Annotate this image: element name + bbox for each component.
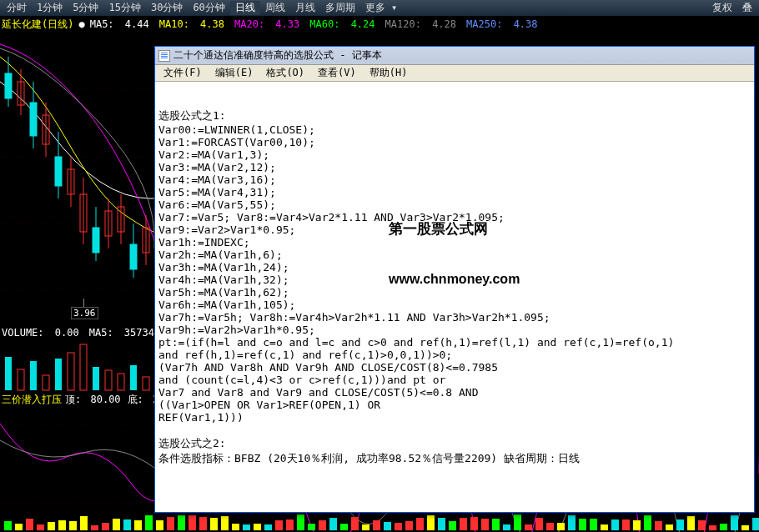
svg-rect-96	[590, 519, 597, 530]
timeframe-4[interactable]: 30分钟	[146, 1, 188, 15]
svg-rect-37	[118, 374, 124, 390]
svg-rect-59	[188, 515, 196, 530]
svg-rect-63	[232, 524, 239, 530]
svg-rect-91	[535, 518, 543, 530]
svg-rect-39	[143, 377, 149, 390]
svg-rect-74	[351, 517, 359, 530]
svg-rect-98	[611, 519, 619, 530]
svg-rect-48	[69, 521, 77, 530]
notepad-menu-2[interactable]: 格式(O)	[259, 66, 311, 80]
svg-rect-99	[622, 519, 630, 530]
svg-rect-87	[492, 519, 500, 530]
notepad-menubar: 文件(F)编辑(E)格式(O)查看(V)帮助(H)	[155, 65, 754, 82]
svg-rect-93	[557, 523, 565, 530]
notepad-content[interactable]: 选股公式之1: Var00:=LWINNER(1,CLOSE); Var1:=F…	[155, 82, 754, 512]
svg-rect-28	[5, 357, 12, 390]
svg-rect-90	[525, 524, 532, 530]
svg-rect-34	[80, 344, 87, 390]
timeframe-9[interactable]: 多周期	[320, 1, 360, 15]
svg-rect-5	[5, 73, 12, 98]
svg-rect-61	[210, 518, 218, 530]
svg-rect-68	[286, 519, 294, 530]
svg-rect-83	[449, 521, 456, 530]
toolbar-right-1[interactable]: 叠	[737, 1, 757, 15]
svg-rect-64	[243, 524, 250, 530]
svg-rect-82	[438, 518, 445, 530]
svg-rect-66	[264, 524, 272, 530]
notepad-titlebar[interactable]: 二十个通达信准确度特高的选股公式 - 记事本	[155, 47, 754, 65]
timeframe-0[interactable]: 分时	[2, 1, 32, 15]
notepad-window[interactable]: 二十个通达信准确度特高的选股公式 - 记事本 文件(F)编辑(E)格式(O)查看…	[154, 46, 755, 513]
svg-rect-101	[644, 515, 651, 530]
timeframe-2[interactable]: 5分钟	[68, 1, 103, 15]
svg-rect-97	[601, 524, 608, 530]
svg-rect-33	[68, 353, 74, 390]
svg-rect-53	[123, 519, 131, 530]
svg-rect-65	[254, 524, 261, 530]
svg-rect-56	[156, 520, 163, 530]
svg-rect-92	[546, 523, 554, 530]
svg-rect-60	[199, 517, 207, 530]
notepad-menu-0[interactable]: 文件(F)	[157, 66, 209, 80]
svg-rect-42	[4, 521, 12, 530]
volume-label: VOLUME: 0.00	[2, 327, 84, 339]
notepad-menu-4[interactable]: 帮助(H)	[363, 66, 415, 80]
svg-rect-106	[698, 520, 706, 530]
svg-rect-89	[514, 514, 521, 530]
svg-rect-7	[30, 103, 37, 136]
ma250-label: MA250: 4.38	[466, 18, 543, 30]
svg-rect-71	[319, 520, 326, 530]
svg-rect-9	[55, 157, 62, 186]
svg-rect-30	[30, 361, 37, 390]
notepad-menu-1[interactable]: 编辑(E)	[209, 66, 260, 80]
ma5-label: MA5: 4.44	[90, 18, 154, 30]
svg-rect-94	[568, 515, 576, 530]
svg-rect-100	[633, 520, 641, 530]
timeframe-6[interactable]: 日线	[230, 1, 260, 15]
price-pointer	[83, 299, 84, 307]
svg-rect-38	[130, 365, 137, 390]
svg-rect-52	[113, 519, 120, 530]
timeframe-1[interactable]: 1分钟	[32, 1, 68, 15]
timeframe-5[interactable]: 60分钟	[188, 1, 229, 15]
svg-rect-102	[655, 521, 662, 530]
svg-rect-44	[26, 519, 33, 530]
notepad-menu-3[interactable]: 查看(V)	[311, 66, 363, 80]
svg-rect-107	[709, 525, 716, 530]
svg-rect-43	[15, 524, 23, 530]
svg-rect-49	[80, 516, 88, 530]
svg-rect-104	[676, 519, 684, 530]
ring-icon: ●	[78, 18, 84, 30]
svg-rect-88	[503, 524, 510, 530]
svg-rect-78	[395, 523, 402, 530]
notepad-title: 二十个通达信准确度特高的选股公式 - 记事本	[173, 48, 382, 63]
svg-rect-80	[416, 518, 424, 530]
svg-rect-103	[666, 524, 673, 530]
svg-rect-11	[93, 228, 99, 253]
timeframe-3[interactable]: 15分钟	[103, 1, 145, 15]
svg-rect-81	[427, 515, 435, 530]
svg-rect-84	[460, 518, 467, 530]
svg-rect-62	[221, 516, 229, 530]
timeframe-8[interactable]: 月线	[290, 1, 320, 15]
svg-rect-32	[55, 359, 62, 390]
svg-rect-105	[687, 516, 695, 530]
watermark-line2: www.chnmoney.com	[389, 272, 520, 287]
svg-rect-57	[167, 517, 174, 530]
svg-rect-46	[48, 522, 55, 530]
svg-rect-72	[329, 518, 337, 530]
timeframe-7[interactable]: 周线	[260, 1, 290, 15]
timeframe-10[interactable]: 更多 ▾	[360, 1, 402, 15]
toolbar-right-0[interactable]: 复权	[707, 1, 737, 15]
ma10-label: MA10: 4.38	[159, 18, 229, 30]
watermark: 第一股票公式网 www.chnmoney.com	[389, 194, 520, 312]
ma120-label: MA120: 4.28	[385, 18, 462, 30]
svg-rect-70	[308, 524, 315, 530]
svg-rect-54	[134, 520, 142, 530]
svg-rect-36	[105, 370, 112, 390]
svg-rect-35	[93, 367, 99, 390]
svg-rect-76	[373, 520, 380, 530]
indicator-name: 三价潜入打压	[2, 393, 62, 407]
svg-rect-95	[579, 519, 586, 530]
watermark-line1: 第一股票公式网	[389, 219, 520, 238]
